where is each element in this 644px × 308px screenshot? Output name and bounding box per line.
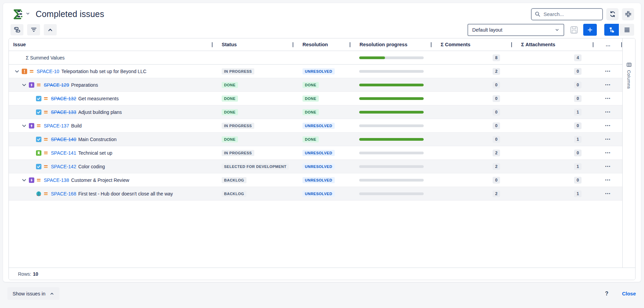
structure-logo-icon[interactable] — [11, 8, 23, 21]
expand-chevron-icon[interactable] — [14, 69, 20, 74]
minimize-button[interactable] — [622, 8, 634, 20]
status-badge: SELECTED FOR DEVELOPMENT — [222, 164, 289, 170]
comments-count: 0 — [493, 136, 500, 143]
issue-row[interactable]: SPACE-129 Preparations DONE DONE 0 0 — [9, 78, 622, 92]
status-badge: DONE — [222, 109, 238, 115]
chevron-up-icon — [50, 291, 54, 296]
expand-chevron-icon[interactable] — [21, 177, 27, 183]
list-view-button[interactable] — [620, 24, 634, 36]
issue-summary: Build — [71, 123, 81, 129]
add-button[interactable] — [583, 24, 597, 36]
row-actions-icon[interactable] — [605, 137, 611, 141]
resolution-progress-bar — [359, 111, 424, 114]
issue-key-link[interactable]: SPACE-140 — [51, 137, 76, 142]
issues-table: Issue Status Resolution Resolution progr… — [8, 38, 636, 280]
column-header-issue[interactable]: Issue — [9, 38, 213, 51]
resolution-badge: DONE — [302, 82, 319, 88]
resolution-progress-bar — [359, 70, 424, 73]
attachments-count: 0 — [574, 82, 582, 88]
search-icon — [535, 11, 540, 17]
column-header-more[interactable]: … — [594, 38, 622, 51]
column-header-sum-comments[interactable]: Σ Comments — [432, 38, 512, 51]
issue-row[interactable]: SPACE-133 Adjust building plans DONE DON… — [9, 105, 622, 119]
save-icon — [570, 25, 578, 34]
issue-key-link[interactable]: SPACE-142 — [51, 164, 76, 169]
filter-button[interactable] — [27, 24, 40, 35]
check-issue-type-icon — [36, 164, 41, 169]
issue-key-link[interactable]: SPACE-10 — [37, 69, 59, 74]
issue-row[interactable]: SPACE-142 Color coding SELECTED FOR DEVE… — [9, 160, 622, 173]
save-layout-button[interactable] — [570, 25, 578, 34]
comments-count: 2 — [493, 150, 500, 156]
issue-summary: Color coding — [78, 164, 105, 169]
attachments-count: 0 — [574, 68, 582, 75]
issue-summary: Technical set up — [78, 150, 112, 156]
search-input[interactable] — [543, 11, 599, 17]
summed-attachments-count: 4 — [574, 54, 582, 61]
issue-row[interactable]: SPACE-140 Main Construction DONE DONE 0 … — [9, 133, 622, 146]
issue-row[interactable]: SPACE-141 Technical set up IN PROGRESS U… — [9, 146, 622, 160]
row-actions-icon[interactable] — [605, 151, 611, 155]
priority-medium-icon — [43, 151, 48, 155]
bolt-issue-type-icon — [29, 123, 34, 129]
issue-row[interactable]: SPACE-138 Customer & Project Review BACK… — [9, 173, 622, 187]
issue-key-link[interactable]: SPACE-168 — [51, 191, 76, 196]
resolution-badge: DONE — [302, 136, 319, 142]
columns-side-tab[interactable]: Columns — [626, 62, 631, 89]
summed-values-row: Σ Summed Values 8 4 — [9, 51, 622, 65]
close-button[interactable]: Close — [622, 291, 636, 296]
row-actions-icon[interactable] — [605, 97, 611, 100]
expand-chevron-icon[interactable] — [21, 82, 27, 88]
row-actions-icon[interactable] — [605, 69, 611, 73]
show-issues-in-button[interactable]: Show issues in — [7, 287, 59, 300]
status-badge: BACKLOG — [222, 191, 246, 197]
column-header-resolution[interactable]: Resolution — [294, 38, 351, 51]
issue-summary: Teleportation hub set up for Beyond LLC — [61, 69, 147, 74]
row-actions-icon[interactable] — [605, 83, 611, 87]
indent-spacer — [13, 85, 21, 85]
structure-picker-chevron-icon[interactable] — [25, 11, 30, 17]
group-button[interactable] — [11, 24, 23, 35]
issue-summary: Customer & Project Review — [71, 177, 129, 183]
priority-medium-icon — [36, 123, 41, 128]
resolution-badge: UNRESOLVED — [302, 191, 335, 197]
row-actions-icon[interactable] — [605, 192, 611, 195]
columns-icon — [626, 62, 631, 67]
summed-progress-bar — [359, 56, 424, 59]
issue-summary: First test - Hub door doesn't close all … — [78, 191, 173, 196]
resolution-progress-bar — [359, 138, 424, 141]
table-empty-area — [9, 201, 622, 268]
issue-key-link[interactable]: SPACE-133 — [51, 109, 76, 115]
issue-key-link[interactable]: SPACE-132 — [51, 96, 76, 101]
issue-row[interactable]: SPACE-168 First test - Hub door doesn't … — [9, 187, 622, 201]
attachments-count: 0 — [574, 122, 582, 129]
summed-comments-count: 8 — [493, 54, 500, 61]
help-button[interactable]: ? — [605, 291, 608, 297]
issue-key-link[interactable]: SPACE-129 — [44, 82, 69, 88]
issue-summary: Preparations — [71, 82, 98, 88]
issue-key-link[interactable]: SPACE-138 — [44, 177, 69, 183]
column-header-resolution-progress[interactable]: Resolution progress — [351, 38, 432, 51]
row-actions-icon[interactable] — [605, 124, 611, 127]
collapse-all-button[interactable] — [44, 24, 57, 35]
priority-medium-icon — [43, 110, 48, 115]
column-header-status[interactable]: Status — [213, 38, 294, 51]
issue-key-link[interactable]: SPACE-137 — [44, 123, 69, 129]
issue-row[interactable]: SPACE-10 Teleportation hub set up for Be… — [9, 65, 622, 78]
row-actions-icon[interactable] — [605, 178, 611, 182]
attachments-count: 1 — [574, 136, 582, 143]
bolt-issue-type-icon — [29, 177, 34, 183]
issue-key-link[interactable]: SPACE-141 — [51, 150, 76, 156]
attachments-count: 0 — [574, 150, 582, 156]
row-actions-icon[interactable] — [605, 165, 611, 168]
issue-row[interactable]: SPACE-132 Get measurements DONE DONE 0 0 — [9, 92, 622, 105]
row-actions-icon[interactable] — [605, 110, 611, 114]
tree-view-button[interactable] — [604, 24, 619, 36]
search-box[interactable] — [531, 8, 603, 20]
issue-row[interactable]: SPACE-137 Build IN PROGRESS UNRESOLVED 0… — [9, 119, 622, 133]
refresh-button[interactable] — [606, 8, 619, 20]
expand-chevron-icon[interactable] — [21, 123, 27, 129]
side-strip: Columns — [622, 38, 635, 268]
column-header-sum-attachments[interactable]: Σ Attachments — [512, 38, 594, 51]
layout-select[interactable]: Default layout — [467, 24, 564, 36]
